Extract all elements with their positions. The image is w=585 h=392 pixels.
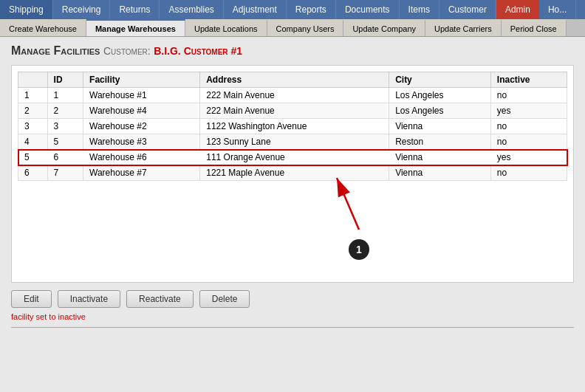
row-city: Reston [389,134,491,150]
nav-returns[interactable]: Returns [110,0,160,19]
table-row[interactable]: 56Warehouse #6111 Orange AvenueViennayes [18,150,567,165]
edit-button[interactable]: Edit [11,290,52,308]
reactivate-button[interactable]: Reactivate [126,290,194,308]
annotation-badge: 1 [349,239,369,260]
customer-label: Customer: [103,45,151,57]
row-city: Los Angeles [389,88,491,103]
row-address: 222 Main Avenue [200,103,389,119]
table-row[interactable]: 11Warehouse #1222 Main AvenueLos Angeles… [18,88,567,103]
subnav-period-close[interactable]: Period Close [502,19,567,36]
row-id: 2 [47,103,83,119]
row-inactive: no [490,119,567,134]
row-address: 222 Main Avenue [200,88,389,103]
main-content: Manage Facilities Customer: B.I.G. Custo… [0,37,585,392]
col-num [18,72,48,88]
row-facility: Warehouse #3 [83,134,200,150]
row-inactive: yes [490,103,567,119]
nav-assemblies[interactable]: Assemblies [160,0,223,19]
row-num: 4 [18,134,48,150]
row-id: 5 [47,134,83,150]
row-facility: Warehouse #6 [83,150,200,165]
nav-ho[interactable]: Ho... [539,0,576,19]
divider [11,327,574,328]
subnav-company-users[interactable]: Company Users [267,19,344,36]
col-id: ID [47,72,83,88]
row-id: 1 [47,88,83,103]
row-inactive: no [490,165,567,181]
nav-shipping[interactable]: Shipping [0,0,53,19]
row-num: 2 [18,103,48,119]
col-city: City [389,72,491,88]
row-city: Vienna [389,119,491,134]
top-navigation: Shipping Receiving Returns Assemblies Ad… [0,0,585,19]
col-facility: Facility [83,72,200,88]
row-facility: Warehouse #1 [83,88,200,103]
facilities-table-container: ID Facility Address City Inactive 11Ware… [11,65,574,283]
nav-items[interactable]: Items [400,0,439,19]
table-row[interactable]: 33Warehouse #21122 Washington AvenueVien… [18,119,567,134]
row-num: 1 [18,88,48,103]
subnav-update-locations[interactable]: Update Locations [185,19,267,36]
svg-line-1 [337,178,359,230]
nav-documents[interactable]: Documents [336,0,400,19]
table-row[interactable]: 67Warehouse #71221 Maple AvenueViennano [18,165,567,181]
nav-reports[interactable]: Reports [287,0,336,19]
row-facility: Warehouse #2 [83,119,200,134]
row-city: Vienna [389,165,491,181]
delete-button[interactable]: Delete [199,290,250,308]
row-inactive: no [490,88,567,103]
nav-admin[interactable]: Admin [496,0,539,19]
table-body: 11Warehouse #1222 Main AvenueLos Angeles… [18,88,567,181]
status-message: facility set to inactive [11,312,574,321]
nav-adjustment[interactable]: Adjustment [224,0,287,19]
inactivate-button[interactable]: Inactivate [58,290,120,308]
row-inactive: no [490,134,567,150]
table-header-row: ID Facility Address City Inactive [18,72,567,88]
row-num: 5 [18,150,48,165]
action-buttons: Edit Inactivate Reactivate Delete [11,290,574,308]
row-facility: Warehouse #7 [83,165,200,181]
row-address: 1122 Washington Avenue [200,119,389,134]
subnav-update-company[interactable]: Update Company [343,19,425,36]
row-num: 3 [18,119,48,134]
subnav-update-carriers[interactable]: Update Carriers [425,19,502,36]
row-inactive: yes [490,150,567,165]
row-city: Vienna [389,150,491,165]
row-num: 6 [18,165,48,181]
subnav-manage-warehouses[interactable]: Manage Warehouses [86,19,185,36]
customer-name: B.I.G. Customer #1 [154,45,242,57]
col-address: Address [200,72,389,88]
row-address: 123 Sunny Lane [200,134,389,150]
row-id: 3 [47,119,83,134]
sub-navigation: Create Warehouse Manage Warehouses Updat… [0,19,585,37]
row-id: 6 [47,150,83,165]
title-text: Manage Facilities [11,44,100,57]
table-row[interactable]: 22Warehouse #4222 Main AvenueLos Angeles… [18,103,567,119]
row-facility: Warehouse #4 [83,103,200,119]
facilities-table: ID Facility Address City Inactive 11Ware… [18,72,567,181]
subnav-create-warehouse[interactable]: Create Warehouse [0,19,86,36]
annotation-container: 1 [329,163,389,260]
row-id: 7 [47,165,83,181]
nav-customer[interactable]: Customer [439,0,496,19]
col-inactive: Inactive [490,72,567,88]
annotation-arrow [329,163,389,237]
nav-receiving[interactable]: Receiving [53,0,111,19]
table-row[interactable]: 45Warehouse #3123 Sunny LaneRestonno [18,134,567,150]
row-city: Los Angeles [389,103,491,119]
page-title: Manage Facilities Customer: B.I.G. Custo… [11,44,574,58]
